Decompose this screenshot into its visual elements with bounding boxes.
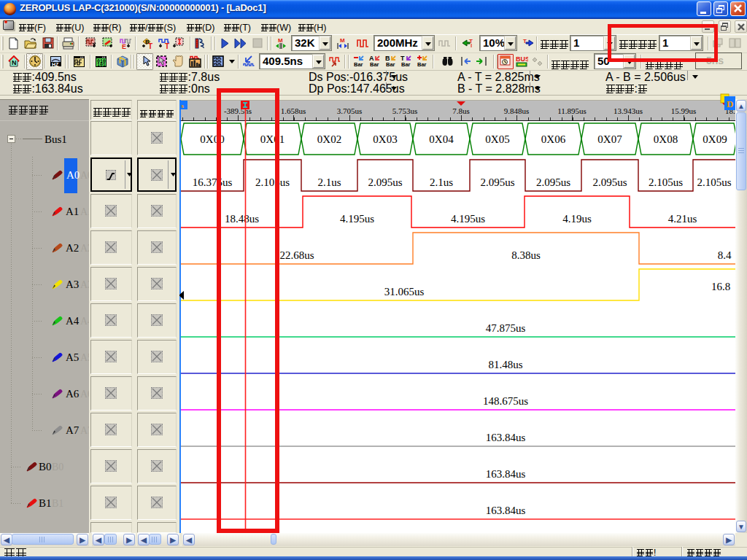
svg-text:2.1us: 2.1us <box>430 176 453 188</box>
svg-text:4.21us: 4.21us <box>668 213 697 225</box>
svg-text:0X02: 0X02 <box>317 133 341 145</box>
svg-text:148.675us: 148.675us <box>483 395 528 407</box>
svg-text:Bar: Bar <box>370 61 379 68</box>
svg-text:2.105us: 2.105us <box>649 176 683 188</box>
svg-text:Bar: Bar <box>354 61 363 68</box>
svg-text:T: T <box>165 42 169 50</box>
svg-text:101: 101 <box>97 63 106 68</box>
svg-text:4.195us: 4.195us <box>451 213 485 225</box>
svg-text:31.065us: 31.065us <box>384 286 425 298</box>
svg-text:4.19us: 4.19us <box>562 213 592 225</box>
svg-text:0X09: 0X09 <box>703 133 727 145</box>
svg-text:0X08: 0X08 <box>654 133 678 145</box>
svg-text:Bar: Bar <box>417 61 427 68</box>
svg-text:T: T <box>148 42 152 50</box>
svg-text:0X03: 0X03 <box>373 133 397 145</box>
svg-text:16.8: 16.8 <box>711 281 730 292</box>
svg-text:HZ: HZ <box>52 62 59 67</box>
svg-text:8.4: 8.4 <box>718 249 732 261</box>
svg-text:2.1us: 2.1us <box>317 176 341 188</box>
svg-text:0X07: 0X07 <box>597 133 622 145</box>
svg-text:s: s <box>182 102 185 109</box>
svg-text:2.095us: 2.095us <box>536 176 570 188</box>
svg-text:M: M <box>278 37 283 44</box>
svg-text:T: T <box>523 38 527 44</box>
svg-text:22.68us: 22.68us <box>279 249 314 261</box>
svg-text:2.105us: 2.105us <box>697 176 731 188</box>
svg-text:0X05: 0X05 <box>485 133 509 145</box>
svg-text:81.48us: 81.48us <box>488 359 522 370</box>
svg-text:BUS: BUS <box>516 55 528 63</box>
svg-text:2.095us: 2.095us <box>480 176 514 188</box>
svg-text:163.84us: 163.84us <box>486 468 526 480</box>
svg-text:2.095us: 2.095us <box>368 176 402 188</box>
svg-text:8.38us: 8.38us <box>511 249 541 261</box>
svg-text:T: T <box>469 38 473 44</box>
svg-text:E: E <box>122 43 126 50</box>
svg-text:163.84us: 163.84us <box>486 432 526 443</box>
svg-text:Bar: Bar <box>386 61 395 68</box>
svg-text:0X06: 0X06 <box>541 133 566 145</box>
svg-text:2.095us: 2.095us <box>592 176 627 188</box>
svg-text:47.875us: 47.875us <box>486 322 526 334</box>
svg-text:M: M <box>340 37 345 44</box>
svg-text:163.84us: 163.84us <box>486 505 526 516</box>
svg-text:N: N <box>12 59 17 66</box>
svg-text:D: D <box>727 98 733 109</box>
svg-text:4.195us: 4.195us <box>340 213 374 225</box>
svg-text:0X04: 0X04 <box>429 133 454 145</box>
svg-text:Bar: Bar <box>401 61 411 68</box>
